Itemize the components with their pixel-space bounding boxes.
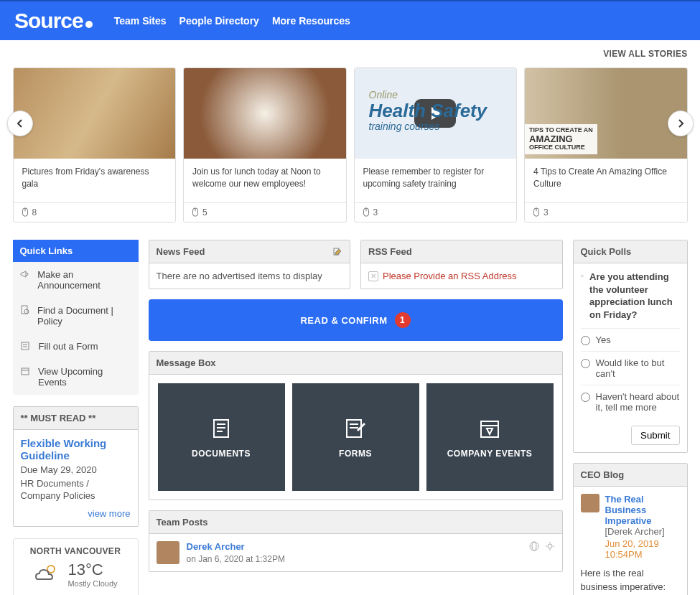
stories-carousel: Pictures from Friday's awareness gala 8 … <box>13 67 688 222</box>
team-posts-panel: Team Posts Derek Archer on Jan 6, 2020 a… <box>149 510 563 572</box>
story-card[interactable]: Online Health Safety training courses Pl… <box>354 67 518 222</box>
message-box-panel: Message Box DOCUMENTS FORMS COMPANY EVEN… <box>149 351 563 500</box>
svg-point-9 <box>24 309 29 314</box>
ceo-blog-author: [Derek Archer] <box>605 526 665 537</box>
chevron-left-icon <box>16 119 24 128</box>
team-post[interactable]: Derek Archer on Jan 6, 2020 at 1:32PM <box>157 541 555 564</box>
weather-condition: Mostly Cloudy <box>67 579 117 588</box>
edit-icon[interactable] <box>332 247 342 257</box>
must-read-title[interactable]: Flexible Working Guideline <box>21 437 131 462</box>
quick-link-events[interactable]: View Upcoming Events <box>13 359 139 395</box>
avatar <box>157 541 179 564</box>
carousel-prev-button[interactable] <box>7 111 33 136</box>
ceo-blog-panel: CEO Blog The Real Business Imperative [D… <box>573 463 688 595</box>
mouse-icon <box>21 207 29 217</box>
mouse-icon <box>191 207 200 217</box>
chevron-right-icon <box>676 119 685 128</box>
weather-city: NORTH VANCOUVER <box>17 546 135 556</box>
documents-icon <box>208 416 234 441</box>
nav-people-directory[interactable]: People Directory <box>179 15 259 27</box>
read-confirm-button[interactable]: READ & CONFIRM 1 <box>149 299 563 341</box>
forms-icon <box>342 416 368 441</box>
quick-links-panel: Quick Links Make an Announcement Find a … <box>13 240 139 395</box>
svg-point-27 <box>530 542 538 551</box>
story-image <box>14 68 176 159</box>
story-card[interactable]: Join us for lunch today at Noon to welco… <box>183 67 347 222</box>
post-author-link[interactable]: Derek Archer <box>187 541 285 552</box>
must-read-panel: ** MUST READ ** Flexible Working Guideli… <box>13 406 139 527</box>
story-title: Join us for lunch today at Noon to welco… <box>184 159 346 202</box>
news-feed-header: News Feed <box>149 240 350 263</box>
story-title: 4 Tips to Create An Amazing Office Cultu… <box>525 159 687 202</box>
calendar-event-icon <box>477 416 503 441</box>
tips-overlay: TIPS TO CREATE AN AMAZING OFFICE CULTURE <box>525 124 597 154</box>
must-read-category: HR Documents / Company Policies <box>21 478 131 502</box>
primary-nav: Team Sites People Directory More Resourc… <box>114 15 350 27</box>
settings-icon[interactable] <box>545 541 555 551</box>
video-overlay-text: Online Health Safety training courses <box>369 90 487 132</box>
quick-link-fill-form[interactable]: Fill out a Form <box>13 334 139 359</box>
story-title: Please remember to register for upcoming… <box>355 159 517 202</box>
poll-option[interactable]: Would like to but can't <box>581 351 680 385</box>
quick-link-announcement[interactable]: Make an Announcement <box>13 262 139 298</box>
quick-polls-header: Quick Polls <box>574 240 687 263</box>
carousel-next-button[interactable] <box>668 111 694 136</box>
nav-more-resources[interactable]: More Resources <box>272 15 350 27</box>
read-confirm-badge: 1 <box>395 312 411 328</box>
top-nav: Source Team Sites People Directory More … <box>0 0 700 40</box>
document-search-icon <box>20 305 30 315</box>
news-feed-panel: News Feed There are no advertised items … <box>149 240 351 289</box>
svg-rect-10 <box>22 342 29 350</box>
quick-links-header: Quick Links <box>13 240 139 262</box>
poll-question: Are you attending the volunteer apprecia… <box>589 271 679 321</box>
story-title: Pictures from Friday's awareness gala <box>14 159 176 202</box>
message-box-events[interactable]: COMPANY EVENTS <box>426 383 554 491</box>
ceo-blog-date: Jun 20, 2019 10:54PM <box>605 538 680 560</box>
story-footer: 3 <box>525 202 687 222</box>
story-image: TIPS TO CREATE AN AMAZING OFFICE CULTURE <box>525 68 687 159</box>
must-read-due: Due May 29, 2020 <box>21 464 131 475</box>
message-box-header: Message Box <box>149 352 562 375</box>
calendar-icon <box>20 366 32 376</box>
rss-error-text: Please Provide an RSS Address <box>383 271 516 281</box>
must-read-header: ** MUST READ ** <box>14 407 138 430</box>
brand-logo[interactable]: Source <box>14 9 93 33</box>
story-image <box>184 68 346 159</box>
message-box-forms[interactable]: FORMS <box>292 383 419 491</box>
nav-team-sites[interactable]: Team Sites <box>114 15 167 27</box>
message-box-documents[interactable]: DOCUMENTS <box>158 383 285 491</box>
weather-widget: NORTH VANCOUVER 13°C Mostly Cloudy Frida… <box>13 538 139 595</box>
rss-feed-panel: RSS Feed ✕ Please Provide an RSS Address <box>360 240 563 289</box>
story-footer: 3 <box>355 202 517 222</box>
story-image: Online Health Safety training courses <box>355 68 517 159</box>
megaphone-icon <box>20 269 31 279</box>
story-footer: 5 <box>184 202 346 222</box>
rss-error-icon: ✕ <box>368 271 378 281</box>
globe-icon[interactable] <box>529 541 541 551</box>
story-footer: 8 <box>14 202 176 222</box>
news-feed-empty-text: There are no advertised items to display <box>149 263 350 289</box>
ceo-blog-excerpt: Here is the real business imperative: Cr… <box>581 567 680 595</box>
ceo-blog-header: CEO Blog <box>574 464 687 487</box>
poll-chart-icon <box>581 271 584 281</box>
weather-temp: 13°C <box>67 561 117 579</box>
team-posts-header: Team Posts <box>149 511 562 534</box>
poll-submit-button[interactable]: Submit <box>631 426 679 445</box>
quick-link-find-document[interactable]: Find a Document | Policy <box>13 298 139 334</box>
poll-option[interactable]: Yes <box>581 328 680 351</box>
story-card[interactable]: TIPS TO CREATE AN AMAZING OFFICE CULTURE… <box>524 67 688 222</box>
view-all-stories-link[interactable]: VIEW ALL STORIES <box>13 40 688 67</box>
form-icon <box>20 341 32 351</box>
svg-rect-13 <box>22 368 29 375</box>
mouse-icon <box>362 207 370 217</box>
post-timestamp: on Jan 6, 2020 at 1:32PM <box>187 554 285 564</box>
mouse-icon <box>532 207 541 217</box>
must-read-view-more-link[interactable]: view more <box>88 508 130 519</box>
ceo-blog-title-link[interactable]: The Real Business Imperative <box>605 494 652 526</box>
svg-point-29 <box>548 544 552 548</box>
poll-option[interactable]: Haven't heard about it, tell me more <box>581 385 680 418</box>
cloud-sun-icon <box>33 561 59 587</box>
rss-feed-header: RSS Feed <box>361 240 562 263</box>
svg-point-28 <box>532 542 536 551</box>
story-card[interactable]: Pictures from Friday's awareness gala 8 <box>13 67 177 222</box>
